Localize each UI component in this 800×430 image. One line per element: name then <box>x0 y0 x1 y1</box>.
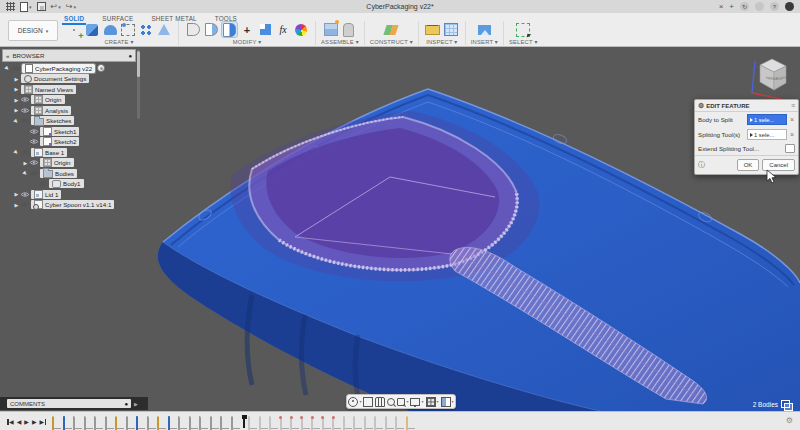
visibility-eye-icon[interactable] <box>29 128 39 135</box>
item-pill[interactable]: Base 1 <box>31 148 67 157</box>
look-at-icon[interactable] <box>363 397 373 407</box>
view-cube[interactable]: FRONT RIGHT <box>742 49 796 105</box>
job-status-icon[interactable]: ↻ <box>740 2 749 11</box>
extend-splitting-tool-checkbox[interactable] <box>785 144 795 153</box>
item-pill[interactable]: Document Settings <box>21 74 89 83</box>
timeline-feature-mirror[interactable] <box>210 417 219 429</box>
browser-collapse-icon[interactable]: « <box>6 52 9 59</box>
browser-scrollbar[interactable] <box>137 49 140 119</box>
timeline-feature-ghost[interactable] <box>248 417 257 429</box>
browser-item-lid-1[interactable]: ▶Lid 1 <box>2 189 136 200</box>
timeline-feature-fillet[interactable] <box>84 417 93 429</box>
revolve-icon[interactable] <box>103 22 118 37</box>
timeline-settings-gear-icon[interactable]: ⚙ <box>786 416 793 425</box>
timeline-feature-ghost[interactable] <box>374 417 383 429</box>
comments-header[interactable]: COMMENTS ● <box>7 399 131 408</box>
group-label[interactable]: MODIFY ▾ <box>233 39 262 45</box>
step-back-button[interactable]: ◀ <box>17 418 22 425</box>
expand-arrow-icon[interactable]: ▶ <box>13 191 20 197</box>
item-pill[interactable]: Bodies <box>40 169 77 178</box>
joint-icon[interactable] <box>341 22 356 37</box>
expand-arrow-icon[interactable]: ▶ <box>13 97 20 103</box>
timeline-feature-fillet[interactable] <box>199 417 208 429</box>
timeline-feature-body[interactable] <box>126 417 135 429</box>
timeline-feature-sketch[interactable] <box>157 417 166 429</box>
item-pill[interactable]: Sketches <box>31 116 74 125</box>
pan-icon[interactable] <box>375 397 385 407</box>
browser-item-sketches[interactable]: ▶Sketches <box>2 116 136 127</box>
splitting-tools-field[interactable]: 1 sele... <box>747 129 787 140</box>
browser-item-document-settings[interactable]: ▶Document Settings <box>2 74 136 85</box>
timeline-feature-ghost-warn[interactable] <box>301 417 310 429</box>
item-pill[interactable]: Origin <box>40 158 74 167</box>
timeline-feature-ghost[interactable] <box>269 417 278 429</box>
plane-icon[interactable] <box>384 22 399 37</box>
timeline-feature-ghost[interactable] <box>395 417 404 429</box>
timeline-feature-ghost-warn[interactable] <box>322 417 331 429</box>
appearance-icon[interactable] <box>294 22 309 37</box>
timeline-feature-fillet[interactable] <box>147 417 156 429</box>
step-forward-button[interactable]: ▶ <box>32 418 37 425</box>
profile-avatar[interactable] <box>785 2 794 11</box>
item-pill[interactable]: Origin <box>31 95 65 104</box>
timeline-feature-ghost[interactable] <box>364 417 373 429</box>
canvas-icon[interactable] <box>477 22 492 37</box>
expand-arrow-icon[interactable]: ▶ <box>13 76 20 82</box>
visibility-eye-icon[interactable] <box>20 96 30 103</box>
notifications-icon[interactable] <box>755 2 764 11</box>
item-pill[interactable]: Analysis <box>31 106 71 115</box>
comments-expand-icon[interactable]: ▶ <box>134 401 138 407</box>
info-icon[interactable]: ⓘ <box>698 160 705 170</box>
clear-selection-icon[interactable]: × <box>789 116 795 123</box>
group-label[interactable]: INSERT ▾ <box>471 39 498 45</box>
select-icon[interactable] <box>516 22 531 37</box>
group-label[interactable]: INSPECT ▾ <box>426 39 457 45</box>
help-icon[interactable]: ? <box>770 2 779 11</box>
fillet-icon[interactable] <box>204 22 219 37</box>
item-pill[interactable]: Cyber Spoon v1.1 v14:1 <box>31 200 114 209</box>
visibility-eye-icon[interactable] <box>20 201 30 208</box>
timeline-feature-splitbody[interactable] <box>231 417 240 429</box>
item-pill[interactable]: CyberPackaging v22 <box>22 64 95 73</box>
group-label[interactable]: SELECT ▾ <box>509 39 538 45</box>
ok-button[interactable]: OK <box>737 159 760 171</box>
visibility-eye-icon[interactable] <box>29 138 39 145</box>
visibility-eye-icon[interactable] <box>20 117 30 124</box>
browser-item-sketch2[interactable]: Sketch2 <box>2 137 136 148</box>
comments-dot-icon[interactable]: ● <box>124 401 128 407</box>
timeline-feature-fillet[interactable] <box>178 417 187 429</box>
item-pill[interactable]: Lid 1 <box>31 190 61 199</box>
close-tab-icon[interactable]: × <box>719 2 724 11</box>
timeline-feature-pattern[interactable] <box>105 417 114 429</box>
timeline-feature-extrude[interactable] <box>63 417 72 429</box>
zoom-icon[interactable] <box>387 398 395 406</box>
timeline-feature-ghost-warn[interactable] <box>332 417 341 429</box>
dialog-grip-icon[interactable]: ≡ <box>791 102 795 109</box>
timeline-feature-fillet[interactable] <box>189 417 198 429</box>
new-component-icon[interactable] <box>323 22 338 37</box>
timeline-feature-extrude[interactable] <box>168 417 177 429</box>
timeline-feature-ghost[interactable] <box>353 417 362 429</box>
browser-dot-icon[interactable]: ● <box>128 53 132 59</box>
activate-radio-icon[interactable] <box>97 64 105 72</box>
sweep-icon[interactable] <box>121 22 136 37</box>
item-pill[interactable]: Sketch1 <box>40 127 79 136</box>
visibility-eye-icon[interactable] <box>20 107 30 114</box>
group-label[interactable]: CONSTRUCT ▾ <box>370 39 413 45</box>
timeline-feature-extrude[interactable] <box>136 417 145 429</box>
body-to-split-field[interactable]: 1 sele... <box>747 114 787 125</box>
browser-header[interactable]: « BROWSER ● <box>2 49 136 62</box>
browser-item-body1[interactable]: Body1 <box>2 179 136 190</box>
visibility-eye-icon[interactable] <box>20 149 30 156</box>
timeline-feature-ghost[interactable] <box>385 417 394 429</box>
visibility-eye-icon[interactable] <box>29 159 39 166</box>
display-settings-icon[interactable]: ▾ <box>410 398 423 406</box>
timeline-feature-fillet[interactable] <box>73 417 82 429</box>
fit-icon[interactable]: ▾ <box>397 398 408 406</box>
timeline-feature-sketch[interactable] <box>52 417 61 429</box>
browser-item-origin[interactable]: ▶Origin <box>2 95 136 106</box>
browser-item-cyberpackaging-v22[interactable]: ▶CyberPackaging v22 <box>2 63 136 74</box>
browser-item-analysis[interactable]: ▶Analysis <box>2 105 136 116</box>
visibility-eye-icon[interactable] <box>29 170 39 177</box>
expand-arrow-icon[interactable]: ▶ <box>22 160 29 166</box>
